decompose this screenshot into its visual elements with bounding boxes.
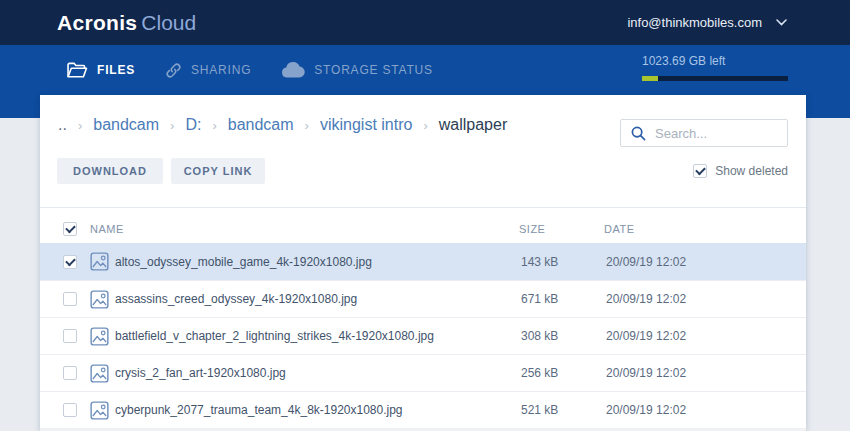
select-all-checkbox[interactable]	[63, 222, 77, 236]
breadcrumb-separator: ›	[423, 118, 427, 133]
breadcrumb-item[interactable]: bandcam	[93, 116, 159, 134]
file-name[interactable]: assassins_creed_odyssey_4k-1920x1080.jpg	[115, 292, 521, 306]
logo-secondary: Cloud	[141, 11, 196, 35]
file-name[interactable]: crysis_2_fan_art-1920x1080.jpg	[115, 366, 521, 380]
acronis-cloud-logo: Acronis Cloud	[57, 0, 196, 45]
breadcrumb-item[interactable]: vikingist intro	[320, 116, 412, 134]
storage-progress-fill	[642, 76, 658, 81]
image-file-icon	[90, 290, 109, 309]
image-file-icon	[90, 364, 109, 383]
top-bar: Acronis Cloud info@thinkmobiles.com	[0, 0, 850, 45]
row-checkbox[interactable]	[63, 403, 77, 417]
storage-progress-track	[642, 76, 788, 81]
file-size: 521 kB	[521, 403, 606, 417]
breadcrumb-item[interactable]: bandcam	[228, 116, 294, 134]
file-date: 20/09/19 12:02	[606, 329, 806, 343]
link-icon	[165, 62, 182, 79]
search-box[interactable]	[620, 119, 788, 147]
copy-link-button[interactable]: COPY LINK	[171, 158, 265, 184]
show-deleted-toggle[interactable]: Show deleted	[693, 164, 788, 178]
table-row[interactable]: crysis_2_fan_art-1920x1080.jpg 256 kB 20…	[40, 354, 806, 391]
image-file-icon	[90, 327, 109, 346]
storage-left-label: 1023.69 GB left	[642, 54, 788, 68]
folder-icon	[66, 62, 88, 79]
column-header-name[interactable]: NAME	[90, 223, 519, 235]
file-list: altos_odyssey_mobile_game_4k-1920x1080.j…	[40, 243, 806, 431]
logo-primary: Acronis	[57, 11, 137, 35]
table-row[interactable]: battlefield_v_chapter_2_lightning_strike…	[40, 317, 806, 354]
nav-item-label: SHARING	[191, 63, 251, 77]
file-name[interactable]: battlefield_v_chapter_2_lightning_strike…	[115, 329, 521, 343]
search-icon	[631, 126, 646, 141]
row-checkbox[interactable]	[63, 366, 77, 380]
nav-items: FILES SHARING STORAGE STATUS	[66, 45, 433, 95]
file-date: 20/09/19 12:02	[606, 366, 806, 380]
breadcrumb-separator: ›	[305, 118, 309, 133]
download-button[interactable]: DOWNLOAD	[57, 158, 163, 184]
cloud-icon	[281, 62, 305, 78]
account-email: info@thinkmobiles.com	[627, 15, 762, 30]
file-name[interactable]: cyberpunk_2077_trauma_team_4k_8k-1920x10…	[115, 403, 521, 417]
file-name[interactable]: altos_odyssey_mobile_game_4k-1920x1080.j…	[115, 255, 521, 269]
breadcrumb-separator: ›	[212, 118, 216, 133]
row-checkbox[interactable]	[63, 292, 77, 306]
image-file-icon	[90, 401, 109, 420]
content-card: ..›bandcam›D:›bandcam›vikingist intro›wa…	[40, 95, 806, 431]
file-size: 308 kB	[521, 329, 606, 343]
breadcrumb-separator: ›	[78, 118, 82, 133]
storage-meter: 1023.69 GB left	[642, 54, 788, 81]
table-header: NAME SIZE DATE	[40, 215, 806, 243]
row-checkbox[interactable]	[63, 255, 77, 269]
file-date: 20/09/19 12:02	[606, 292, 806, 306]
nav-item-files[interactable]: FILES	[66, 62, 135, 79]
show-deleted-checkbox[interactable]	[693, 164, 707, 178]
chevron-down-icon	[776, 19, 787, 26]
file-date: 20/09/19 12:02	[606, 403, 806, 417]
table-row[interactable]: altos_odyssey_mobile_game_4k-1920x1080.j…	[40, 243, 806, 280]
column-header-size[interactable]: SIZE	[519, 223, 604, 235]
breadcrumb-current: wallpaper	[439, 116, 507, 134]
show-deleted-label: Show deleted	[715, 164, 788, 178]
nav-item-sharing[interactable]: SHARING	[165, 62, 251, 79]
file-size: 256 kB	[521, 366, 606, 380]
breadcrumb-separator: ›	[170, 118, 174, 133]
table-row[interactable]: assassins_creed_odyssey_4k-1920x1080.jpg…	[40, 280, 806, 317]
table-row[interactable]: cyberpunk_2077_trauma_team_4k_8k-1920x10…	[40, 391, 806, 428]
search-input[interactable]	[655, 126, 777, 141]
nav-item-storage-status[interactable]: STORAGE STATUS	[281, 62, 433, 78]
breadcrumb-item[interactable]: D:	[185, 116, 201, 134]
column-header-date[interactable]: DATE	[604, 223, 806, 235]
toolbar-separator	[40, 207, 806, 208]
file-size: 671 kB	[521, 292, 606, 306]
file-date: 20/09/19 12:02	[606, 255, 806, 269]
nav-item-label: STORAGE STATUS	[314, 63, 433, 77]
nav-item-label: FILES	[97, 63, 135, 77]
breadcrumb: ..›bandcam›D:›bandcam›vikingist intro›wa…	[58, 116, 507, 134]
image-file-icon	[90, 252, 109, 271]
file-size: 143 kB	[521, 255, 606, 269]
account-menu[interactable]: info@thinkmobiles.com	[627, 0, 787, 45]
row-checkbox[interactable]	[63, 329, 77, 343]
breadcrumb-item[interactable]: ..	[58, 116, 67, 134]
